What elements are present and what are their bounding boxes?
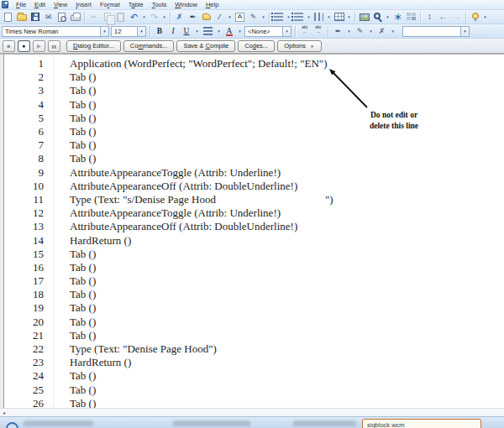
macro-editor-document[interactable]: 1Application (WordPerfect; "WordPerfect"… [0, 54, 504, 408]
copy-icon[interactable] [101, 11, 113, 23]
taskbar-app-icon[interactable] [6, 422, 18, 428]
macro-record-button[interactable]: ● [18, 40, 30, 52]
font-name-dropdown-icon[interactable]: ▾ [100, 27, 108, 36]
font-name-combo[interactable]: Times New Roman ▾ [2, 26, 109, 37]
empty-combo[interactable]: ▾ [402, 26, 470, 37]
macro-pause-button[interactable]: ▮▮ [48, 40, 60, 52]
pen-tool-icon[interactable]: ✎ [247, 11, 260, 23]
taskbar-item-redacted[interactable] [293, 420, 356, 426]
menu-help[interactable]: Help [202, 1, 223, 8]
draw-shapes-icon[interactable] [200, 11, 213, 23]
code-line[interactable]: 13AttributeAppearanceOff (Attrib: Double… [0, 220, 504, 233]
code-line[interactable]: 26Tab () [0, 397, 504, 408]
back-icon[interactable]: ← [437, 11, 449, 23]
quickformat-icon[interactable]: ✗ [173, 11, 186, 23]
macro-stop-button[interactable]: ■ [3, 40, 15, 52]
save-icon[interactable] [29, 11, 41, 23]
codes-button[interactable]: Codes... [238, 40, 275, 52]
menu-file[interactable]: File [12, 1, 30, 8]
taskbar-item-redacted[interactable] [173, 420, 250, 426]
numbered-list-icon[interactable] [272, 11, 285, 23]
image-icon[interactable] [358, 11, 370, 23]
columns-icon[interactable] [312, 11, 325, 23]
redo-dropdown-icon[interactable]: ▾ [161, 11, 167, 23]
font-size-combo[interactable]: 12 ▾ [111, 26, 146, 37]
font-size-dropdown-icon[interactable]: ▾ [137, 27, 145, 36]
underline-dropdown-icon[interactable]: ▾ [194, 25, 200, 37]
code-line[interactable]: 17Tab () [0, 274, 504, 288]
menu-insert[interactable]: Insert [71, 1, 96, 8]
code-line[interactable]: 7Tab () [0, 138, 504, 152]
perfect-expert-dropdown-icon[interactable]: ▾ [482, 11, 488, 23]
menu-view[interactable]: View [50, 1, 71, 8]
print-preview-icon[interactable] [55, 11, 68, 23]
columns-dropdown-icon[interactable]: ▾ [326, 11, 332, 23]
save-and-compile-button[interactable]: Save & Compile [176, 40, 235, 52]
forward-icon[interactable]: → [450, 11, 463, 23]
cut-icon[interactable]: ✂ [87, 11, 100, 23]
code-line[interactable]: 14HardReturn () [0, 233, 504, 247]
abc-left-icon[interactable]: abc ← [299, 26, 311, 37]
code-line[interactable]: 19Tab () [0, 301, 504, 315]
special-char-icon[interactable]: ∗ [391, 11, 404, 23]
menu-format[interactable]: Format [96, 1, 124, 8]
menu-edit[interactable]: Edit [30, 1, 50, 8]
updown-scroll-icon[interactable]: ↕ [423, 11, 436, 23]
numbered-list-dropdown-icon[interactable]: ▾ [286, 11, 291, 23]
menu-table[interactable]: Table [124, 1, 148, 8]
code-line[interactable]: 2Tab () [0, 70, 504, 84]
code-line[interactable]: 9AttributeAppearanceToggle (Attrib: Unde… [0, 166, 504, 180]
ink-pen-icon[interactable]: ✒ [332, 25, 344, 37]
table-icon[interactable] [333, 11, 345, 23]
code-line[interactable]: 25Tab () [0, 384, 504, 397]
empty-combo-dropdown-icon[interactable]: ▾ [460, 27, 469, 36]
line-tool-icon[interactable]: ∕ [213, 11, 226, 23]
horizontal-scrollbar[interactable]: ◂ [0, 408, 504, 416]
code-line[interactable]: 3Tab () [0, 84, 504, 97]
code-line[interactable]: 12AttributeAppearanceToggle (Attrib: Und… [0, 206, 504, 220]
justification-icon[interactable] [202, 25, 214, 37]
paste-icon[interactable] [114, 11, 127, 23]
abc-right-icon[interactable]: abc → [312, 26, 324, 37]
quickwords-icon[interactable]: ✒ [186, 11, 199, 23]
highlight-pen-dropdown-icon[interactable]: ▾ [368, 25, 374, 37]
code-line[interactable]: 10AttributeAppearanceOff (Attrib: Double… [0, 180, 504, 193]
code-line[interactable]: 18Tab () [0, 288, 504, 301]
code-line[interactable]: 15Tab () [0, 248, 504, 261]
underline-button[interactable]: U [181, 26, 192, 37]
bold-button[interactable]: B [154, 26, 165, 37]
code-line[interactable]: 21Tab () [0, 329, 504, 342]
taskbar-item-redacted[interactable] [24, 420, 93, 426]
commands-button[interactable]: Commands... [123, 40, 175, 52]
text-box-icon[interactable]: A [234, 11, 246, 23]
taskbar-item-sigblock[interactable]: sigblock.wcm [362, 419, 481, 428]
style-dropdown-icon[interactable]: ▾ [282, 27, 291, 36]
print-icon[interactable] [69, 11, 81, 23]
menu-window[interactable]: Window [171, 1, 202, 8]
line-tool-dropdown-icon[interactable]: ▾ [227, 11, 233, 23]
code-line[interactable]: 24Tab () [0, 369, 504, 383]
justification-dropdown-icon[interactable]: ▾ [216, 25, 222, 37]
style-combo[interactable]: <None> ▾ [244, 26, 291, 37]
table-dropdown-icon[interactable]: ▾ [346, 11, 352, 23]
undo-icon[interactable]: ↶ [128, 11, 140, 23]
code-line[interactable]: 23HardReturn () [0, 356, 504, 369]
font-color-button[interactable]: A [223, 26, 235, 37]
macro-play-button[interactable]: ▶ [33, 40, 45, 52]
font-color-dropdown-icon[interactable]: ▾ [237, 25, 243, 37]
zoom-icon[interactable] [371, 11, 384, 23]
send-mail-icon[interactable]: ✉ [42, 11, 55, 23]
code-line[interactable]: 8Tab () [0, 152, 504, 165]
menu-tools[interactable]: Tools [148, 1, 171, 8]
review-tool-dropdown-icon[interactable]: ▾ [390, 25, 396, 37]
ink-pen-dropdown-icon[interactable]: ▾ [346, 25, 352, 37]
highlight-pen-icon[interactable]: ✎ [354, 25, 366, 37]
undo-dropdown-icon[interactable]: ▾ [141, 11, 147, 23]
code-line[interactable]: 16Tab () [0, 261, 504, 274]
options-button[interactable]: Options▾ [277, 40, 322, 52]
redo-icon[interactable]: ↷ [148, 11, 160, 23]
bullet-list-dropdown-icon[interactable]: ▾ [306, 11, 312, 23]
code-line[interactable]: 1Application (WordPerfect; "WordPerfect"… [0, 57, 504, 70]
pen-tool-dropdown-icon[interactable]: ▾ [260, 11, 266, 23]
perfect-expert-icon[interactable] [469, 11, 481, 23]
